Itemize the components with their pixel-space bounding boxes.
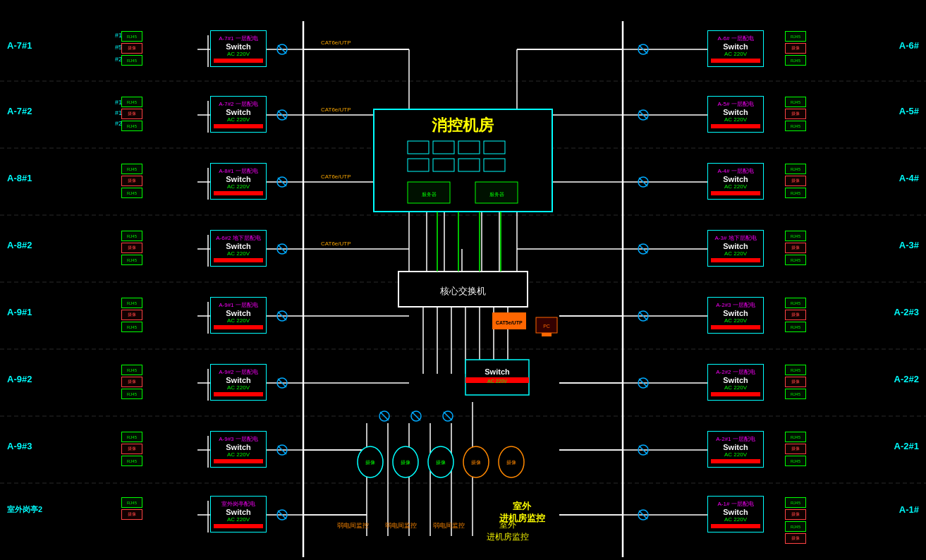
svg-text:摄像: 摄像	[471, 460, 481, 465]
switch-a7-2-bar	[214, 124, 263, 128]
switch-a7-1: A-7#1 一层配电 Switch AC 220V	[210, 30, 267, 67]
switch-a1-bar	[711, 524, 760, 528]
switch-a4-panel-label: A-4# 一层配电	[717, 167, 753, 175]
node-label-a8-2: A-8#2	[7, 240, 32, 250]
svg-text:Switch: Switch	[485, 367, 510, 376]
right-equip-a6: RJ45 摄像 RJ45	[785, 31, 806, 66]
diagram-container: 核心交换机 Switch AC 220V	[0, 0, 926, 560]
svg-rect-162	[542, 333, 552, 336]
node-label-a1: A-1#	[899, 504, 919, 515]
switch-a3-voltage: AC 220V	[724, 250, 747, 257]
node-label-a5: A-5#	[899, 106, 919, 116]
node-label-a9-3: A-9#3	[7, 441, 32, 451]
switch-a2-3-label: Switch	[723, 309, 748, 317]
svg-text:摄像: 摄像	[401, 460, 410, 465]
switch-a2-2-panel-label: A-2#2 一层配电	[716, 368, 755, 376]
node-label-a4: A-4#	[899, 173, 919, 183]
switch-a2-1-label: Switch	[723, 443, 748, 451]
equip-icon: RJ45	[121, 255, 142, 265]
switch-a8-2-panel-label: A-6#2 地下层配电	[216, 234, 261, 242]
equip-icon: RJ45	[121, 322, 142, 332]
equip-icon: RJ45	[121, 55, 142, 66]
switch-a1-label: Switch	[723, 508, 748, 516]
switch-a3-label: Switch	[723, 242, 748, 250]
svg-text:弱电间监控: 弱电间监控	[385, 522, 417, 529]
equip-icon: RJ45	[121, 298, 142, 308]
switch-a5-panel-label: A-5# 一层配电	[717, 100, 753, 108]
switch-a9-1-voltage: AC 220V	[227, 317, 250, 324]
switch-a9-1-panel-label: A-9#1 一层配电	[219, 301, 258, 309]
switch-a6-bar	[711, 59, 760, 63]
switch-a6-label: Switch	[723, 42, 748, 51]
switch-a7-1-label: Switch	[226, 42, 250, 51]
svg-rect-147	[458, 141, 480, 154]
left-equip-a9-3: RJ45 摄像 RJ45	[121, 432, 142, 466]
switch-a9-3-label: Switch	[226, 443, 250, 451]
switch-a9-1: A-9#1 一层配电 Switch AC 220V	[210, 297, 267, 334]
switch-a2-1-voltage: AC 220V	[724, 451, 747, 458]
svg-text:服务器: 服务器	[489, 192, 504, 197]
switch-outdoor-2-label: Switch	[226, 508, 250, 516]
switch-a5-label: Switch	[723, 108, 748, 116]
svg-text:消控机房: 消控机房	[432, 116, 494, 134]
switch-a2-1: A-2#1 一层配电 Switch AC 220V	[707, 431, 764, 468]
switch-a6-panel-label: A-6# 一层配电	[717, 35, 753, 42]
svg-rect-152	[484, 159, 505, 171]
svg-text:CAT6e/UTP: CAT6e/UTP	[321, 39, 351, 46]
switch-a6-voltage: AC 220V	[724, 51, 747, 57]
switch-a7-2-voltage: AC 220V	[227, 116, 250, 123]
switch-a9-2-label: Switch	[226, 376, 250, 384]
equip-icon: RJ45	[121, 31, 142, 42]
svg-text:PC: PC	[543, 324, 550, 329]
switch-a5-bar	[711, 124, 760, 128]
switch-a4-voltage: AC 220V	[724, 183, 747, 190]
switch-a3-panel-label: A-3# 地下层配电	[714, 234, 756, 242]
node-label-outdoor-2: 室外岗亭2	[7, 504, 42, 515]
equip-icon: RJ45	[121, 432, 142, 442]
left-equip-outdoor-2: RJ45 摄像	[121, 497, 142, 520]
switch-a9-1-label: Switch	[226, 309, 250, 317]
switch-a4: A-4# 一层配电 Switch AC 220V	[707, 163, 764, 200]
switch-a2-2: A-2#2 一层配电 Switch AC 220V	[707, 364, 764, 401]
right-equip-a2-1: RJ45 摄像 RJ45	[785, 432, 806, 466]
switch-a1-panel-label: A-1# 一层配电	[717, 500, 753, 508]
svg-text:摄像: 摄像	[436, 460, 446, 465]
svg-text:弱电间监控: 弱电间监控	[433, 522, 465, 529]
node-label-a6: A-6#	[899, 40, 919, 51]
cable-type-label: CAT5e/UTP	[492, 312, 526, 329]
switch-outdoor-2: 室外岗亭配电 Switch AC 220V	[210, 496, 267, 532]
switch-a2-1-panel-label: A-2#1 一层配电	[716, 435, 755, 443]
node-label-a9-1: A-9#1	[7, 307, 32, 317]
right-equip-a2-3: RJ45 摄像 RJ45	[785, 298, 806, 332]
equip-icon-red: 摄像	[121, 43, 142, 54]
switch-a2-3-voltage: AC 220V	[724, 317, 747, 324]
node-label-a2-1: A-2#1	[894, 441, 919, 451]
switch-a9-3: A-9#3 一层配电 Switch AC 220V	[210, 431, 267, 468]
left-equip-a8-2: RJ45 摄像 RJ45	[121, 231, 142, 265]
switch-outdoor-2-voltage: AC 220V	[227, 516, 250, 523]
diagram-svg: 核心交换机 Switch AC 220V	[0, 0, 926, 560]
svg-text:服务器: 服务器	[422, 192, 437, 197]
right-equip-a3: RJ45 摄像 RJ45	[785, 231, 806, 265]
switch-a8-1-voltage: AC 220V	[227, 183, 250, 190]
node-label-a2-3: A-2#3	[894, 307, 919, 317]
equip-icon: RJ45	[121, 164, 142, 174]
switch-a8-2-label: Switch	[226, 242, 250, 250]
switch-a1: A-1# 一层配电 Switch AC 220V	[707, 496, 764, 532]
switch-a7-2: A-7#2 一层配电 Switch AC 220V	[210, 96, 267, 133]
switch-a2-2-label: Switch	[723, 376, 748, 384]
switch-a7-1-bar	[214, 59, 263, 63]
switch-a3: A-3# 地下层配电 Switch AC 220V	[707, 230, 764, 267]
switch-a8-1-label: Switch	[226, 175, 250, 183]
switch-a8-2-voltage: AC 220V	[227, 250, 250, 257]
switch-a2-1-bar	[711, 459, 760, 463]
svg-text:CAT6e/UTP: CAT6e/UTP	[321, 106, 351, 113]
switch-a3-bar	[711, 258, 760, 262]
switch-a4-label: Switch	[723, 175, 748, 183]
switch-a2-2-voltage: AC 220V	[724, 384, 747, 391]
svg-rect-151	[458, 159, 480, 171]
switch-a1-voltage: AC 220V	[724, 516, 747, 523]
equip-icon-red: 摄像	[121, 243, 142, 253]
switch-a5-voltage: AC 220V	[724, 116, 747, 123]
node-label-a2-2: A-2#2	[894, 374, 919, 384]
